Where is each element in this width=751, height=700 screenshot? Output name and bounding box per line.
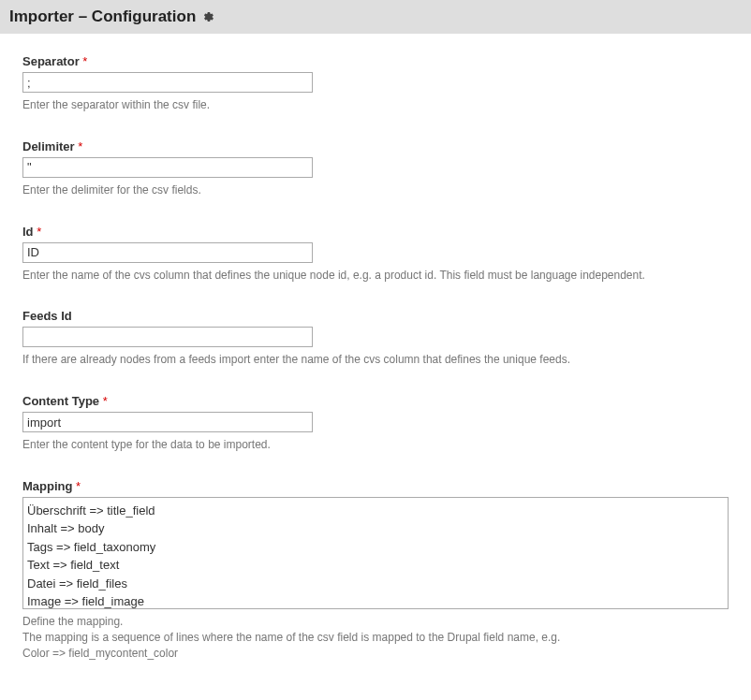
feeds-id-help: If there are already nodes from a feeds … bbox=[22, 352, 729, 368]
mapping-help: Define the mapping. The mapping is a seq… bbox=[22, 614, 729, 661]
separator-label: Separator * bbox=[22, 54, 729, 68]
id-help: Enter the name of the cvs column that de… bbox=[22, 268, 729, 284]
delimiter-label: Delimiter * bbox=[22, 139, 729, 153]
feeds-id-input[interactable] bbox=[22, 327, 313, 347]
required-mark: * bbox=[37, 225, 41, 239]
mapping-help-line2: The mapping is a sequence of lines where… bbox=[22, 630, 729, 646]
content-type-input[interactable] bbox=[22, 412, 313, 432]
feeds-id-row: Feeds Id If there are already nodes from… bbox=[22, 309, 729, 368]
delimiter-row: Delimiter * Enter the delimiter for the … bbox=[22, 139, 729, 198]
content-type-label: Content Type * bbox=[22, 394, 729, 408]
mapping-textarea[interactable]: Überschrift => title_field Inhalt => bod… bbox=[22, 497, 729, 609]
id-input[interactable] bbox=[22, 242, 313, 263]
mapping-label: Mapping * bbox=[22, 479, 729, 493]
content-type-label-text: Content Type bbox=[22, 394, 99, 408]
required-mark: * bbox=[82, 54, 87, 68]
delimiter-help: Enter the delimiter for the csv fields. bbox=[22, 182, 729, 198]
separator-help: Enter the separator within the csv file. bbox=[22, 97, 729, 113]
mapping-row: Mapping * Überschrift => title_field Inh… bbox=[22, 479, 729, 661]
mapping-help-line3: Color => field_mycontent_color bbox=[22, 646, 729, 662]
page-title: Importer – Configuration bbox=[9, 7, 196, 26]
id-label: Id * bbox=[22, 225, 729, 239]
id-label-text: Id bbox=[22, 225, 34, 239]
mapping-help-line1: Define the mapping. bbox=[22, 614, 729, 630]
required-mark: * bbox=[78, 139, 82, 153]
mapping-label-text: Mapping bbox=[22, 479, 72, 493]
content-type-row: Content Type * Enter the content type fo… bbox=[22, 394, 729, 453]
delimiter-label-text: Delimiter bbox=[22, 139, 75, 153]
separator-input[interactable] bbox=[22, 72, 313, 93]
content-type-help: Enter the content type for the data to b… bbox=[22, 437, 729, 453]
form-content: Separator * Enter the separator within t… bbox=[0, 34, 751, 674]
header-bar: Importer – Configuration bbox=[0, 0, 751, 34]
delimiter-input[interactable] bbox=[22, 157, 313, 178]
feeds-id-label: Feeds Id bbox=[22, 309, 729, 323]
separator-row: Separator * Enter the separator within t… bbox=[22, 54, 729, 113]
separator-label-text: Separator bbox=[22, 54, 80, 68]
feeds-id-label-text: Feeds Id bbox=[22, 309, 72, 323]
required-mark: * bbox=[76, 479, 81, 493]
required-mark: * bbox=[103, 394, 108, 408]
id-row: Id * Enter the name of the cvs column th… bbox=[22, 225, 729, 284]
gear-icon[interactable] bbox=[203, 11, 214, 22]
